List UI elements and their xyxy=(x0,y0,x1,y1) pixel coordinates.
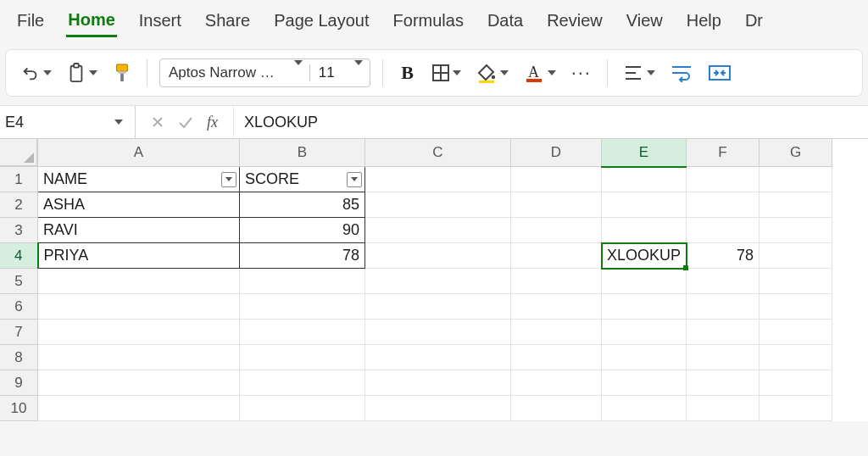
fx-icon[interactable]: fx xyxy=(207,114,218,131)
cell-C5[interactable] xyxy=(365,269,511,294)
cell-D5[interactable] xyxy=(511,269,602,294)
cell-E1[interactable] xyxy=(602,167,687,192)
cell-B9[interactable] xyxy=(240,370,365,396)
cell-E3[interactable] xyxy=(602,218,687,243)
chevron-down-icon[interactable] xyxy=(343,65,370,81)
enter-icon[interactable] xyxy=(178,115,193,129)
cell-C8[interactable] xyxy=(365,345,511,370)
cell-F3[interactable] xyxy=(687,218,760,243)
cell-F2[interactable] xyxy=(687,192,760,218)
paste-button[interactable] xyxy=(64,58,101,87)
row-header-8[interactable]: 8 xyxy=(0,345,38,370)
cell-G4[interactable] xyxy=(760,243,832,269)
more-formatting-button[interactable]: ··· xyxy=(568,58,595,87)
tab-review[interactable]: Review xyxy=(545,8,604,37)
cell-B8[interactable] xyxy=(240,345,365,370)
filter-button[interactable] xyxy=(221,172,236,187)
col-header-F[interactable]: F xyxy=(687,139,760,167)
tab-data[interactable]: Data xyxy=(486,8,525,37)
row-header-6[interactable]: 6 xyxy=(0,294,38,320)
cell-D9[interactable] xyxy=(511,370,602,396)
cell-A7[interactable] xyxy=(38,320,240,345)
cell-C4[interactable] xyxy=(365,243,511,269)
cell-G2[interactable] xyxy=(760,192,832,218)
col-header-C[interactable]: C xyxy=(365,139,511,167)
row-header-10[interactable]: 10 xyxy=(0,396,38,421)
col-header-A[interactable]: A xyxy=(38,139,240,167)
cell-D8[interactable] xyxy=(511,345,602,370)
cell-B3[interactable]: 90 xyxy=(240,218,365,243)
tab-file[interactable]: File xyxy=(15,8,46,37)
row-header-9[interactable]: 9 xyxy=(0,370,38,396)
cell-G3[interactable] xyxy=(760,218,832,243)
chevron-down-icon[interactable] xyxy=(283,65,309,81)
cell-A1[interactable]: NAME xyxy=(38,167,240,192)
tab-insert[interactable]: Insert xyxy=(137,8,183,37)
cell-G9[interactable] xyxy=(760,370,832,396)
fill-color-button[interactable] xyxy=(473,58,512,87)
cell-F9[interactable] xyxy=(687,370,760,396)
filter-button[interactable] xyxy=(347,172,362,187)
merge-center-button[interactable] xyxy=(704,58,735,87)
row-header-7[interactable]: 7 xyxy=(0,320,38,345)
cell-C1[interactable] xyxy=(365,167,511,192)
cell-F4[interactable]: 78 xyxy=(687,243,760,269)
cell-A3[interactable]: RAVI xyxy=(38,218,240,243)
cell-D7[interactable] xyxy=(511,320,602,345)
cell-F5[interactable] xyxy=(687,269,760,294)
col-header-G[interactable]: G xyxy=(760,139,832,167)
cell-D6[interactable] xyxy=(511,294,602,320)
tab-draw-truncated[interactable]: Dr xyxy=(743,8,765,37)
bold-button[interactable]: B xyxy=(395,58,420,87)
cell-F6[interactable] xyxy=(687,294,760,320)
row-header-1[interactable]: 1 xyxy=(0,167,38,192)
cell-C2[interactable] xyxy=(365,192,511,218)
cell-E10[interactable] xyxy=(602,396,687,421)
cell-D2[interactable] xyxy=(511,192,602,218)
col-header-E[interactable]: E xyxy=(602,139,687,167)
formula-input[interactable]: XLOOKUP xyxy=(234,114,318,131)
cell-C6[interactable] xyxy=(365,294,511,320)
cell-A2[interactable]: ASHA xyxy=(38,192,240,218)
font-color-button[interactable]: A xyxy=(520,58,559,87)
cell-B6[interactable] xyxy=(240,294,365,320)
cell-G7[interactable] xyxy=(760,320,832,345)
tab-help[interactable]: Help xyxy=(685,8,723,37)
wrap-text-button[interactable] xyxy=(667,58,696,87)
row-header-5[interactable]: 5 xyxy=(0,269,38,294)
cell-B2[interactable]: 85 xyxy=(240,192,365,218)
spreadsheet-grid[interactable]: A B C D E F G 1 NAME SCORE 2 ASHA 85 3 xyxy=(0,139,868,421)
row-header-2[interactable]: 2 xyxy=(0,192,38,218)
cell-B7[interactable] xyxy=(240,320,365,345)
cell-E5[interactable] xyxy=(602,269,687,294)
cell-G5[interactable] xyxy=(760,269,832,294)
cell-C3[interactable] xyxy=(365,218,511,243)
undo-button[interactable] xyxy=(18,58,55,87)
cell-E2[interactable] xyxy=(602,192,687,218)
cell-G1[interactable] xyxy=(760,167,832,192)
tab-page-layout[interactable]: Page Layout xyxy=(272,8,370,37)
cell-A8[interactable] xyxy=(38,345,240,370)
cell-G6[interactable] xyxy=(760,294,832,320)
cell-B5[interactable] xyxy=(240,269,365,294)
cell-A5[interactable] xyxy=(38,269,240,294)
cell-B4[interactable]: 78 xyxy=(240,243,365,269)
tab-home[interactable]: Home xyxy=(66,7,117,37)
align-button[interactable] xyxy=(620,58,659,87)
cell-E9[interactable] xyxy=(602,370,687,396)
row-header-3[interactable]: 3 xyxy=(0,218,38,243)
font-size-display[interactable]: 11 xyxy=(309,64,343,81)
cell-F10[interactable] xyxy=(687,396,760,421)
col-header-D[interactable]: D xyxy=(511,139,602,167)
cell-E6[interactable] xyxy=(602,294,687,320)
cell-D1[interactable] xyxy=(511,167,602,192)
cell-E4[interactable]: XLOOKUP xyxy=(602,243,687,269)
cell-G10[interactable] xyxy=(760,396,832,421)
cell-A10[interactable] xyxy=(38,396,240,421)
cell-A4[interactable]: PRIYA xyxy=(38,243,240,269)
cell-C10[interactable] xyxy=(365,396,511,421)
cell-C7[interactable] xyxy=(365,320,511,345)
tab-view[interactable]: View xyxy=(625,8,665,37)
tab-formulas[interactable]: Formulas xyxy=(392,8,465,37)
borders-button[interactable] xyxy=(429,58,465,87)
